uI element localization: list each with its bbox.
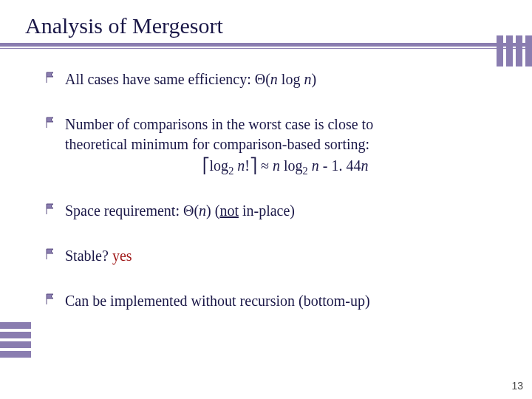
bullet-item: All cases have same efficiency: Θ(n log … [44, 69, 505, 89]
bullet-text: Stable? yes [65, 248, 132, 264]
bullet-item: Can be implemented without recursion (bo… [44, 291, 505, 311]
answer-yes: yes [112, 248, 132, 264]
flag-icon [44, 116, 58, 129]
flag-icon [44, 248, 58, 261]
bullet-list: All cases have same efficiency: Θ(n log … [44, 69, 505, 311]
decor-stripes-top-right [497, 35, 532, 66]
bullet-text: All cases have same efficiency: Θ(n log … [65, 71, 316, 87]
slide: Analysis of Mergesort All cases have sam… [0, 0, 532, 399]
decor-stripes-bottom-left [0, 322, 31, 358]
flag-icon [44, 71, 58, 84]
bullet-item: Space requirement: Θ(n) (not in-place) [44, 201, 505, 221]
flag-icon [44, 293, 58, 306]
formula: ⎡log2 n!⎤ ≈ n log2 n - 1. 44n [65, 156, 505, 176]
page-number: 13 [511, 380, 523, 392]
flag-icon [44, 202, 58, 216]
title-underline [0, 43, 532, 50]
bullet-item: Number of comparisons in the worst case … [44, 115, 505, 176]
bullet-text: Can be implemented without recursion (bo… [65, 293, 370, 309]
bullet-text: Space requirement: Θ(n) (not in-place) [65, 202, 295, 219]
bullet-text: Number of comparisons in the worst case … [65, 115, 505, 176]
bullet-item: Stable? yes [44, 246, 505, 266]
slide-title: Analysis of Mergesort [25, 13, 505, 38]
